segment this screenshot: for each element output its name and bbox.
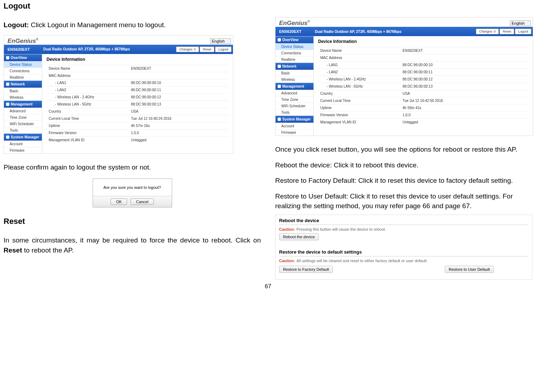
sidebar-network[interactable]: Network [4,80,42,88]
model-name: ENS620EXT [279,29,315,34]
logout-rest: Click Logout in Management menu to logou… [31,21,166,29]
reboot-section-title: Reboot the device [279,218,528,225]
device-info-table: Device NameENS620EXT MAC Address - LAN18… [47,65,229,143]
confirm-text: Please confirm again to logout the syste… [4,162,261,172]
sidebar-system-manager[interactable]: System Manager [276,116,313,123]
sidebar-basic[interactable]: Basic [276,70,313,76]
restore-section-title: Restore the device to default settings [279,249,528,256]
once-click-text: Once you click reset button, you will se… [275,144,532,155]
model-desc: Dual Radio Outdoor AP, 2T2R, 400Mbps + 8… [43,47,176,51]
sidebar-connections[interactable]: Connections [4,68,42,74]
sidebar-firmware[interactable]: Firmware [276,129,313,136]
sidebar-wifi-scheduler[interactable]: WiFi Scheduler [276,103,313,109]
brand-logo: EnGenius® [279,20,310,27]
content-area: Device Information Device NameENS620EXT … [314,36,533,136]
sidebar-realtime[interactable]: Realtime [276,56,313,63]
title-bar: ENS620EXT Dual Radio Outdoor AP, 2T2R, 4… [4,45,233,54]
reboot-caution: Caution:Pressing this button will cause … [279,227,528,231]
sidebar-wireless[interactable]: Wireless [276,76,313,83]
heading-reset: Reset [4,217,261,226]
reboot-restore-panel: Reboot the device Caution:Pressing this … [275,215,532,280]
sidebar-advanced[interactable]: Advanced [4,108,42,114]
language-select[interactable]: English [210,38,231,44]
sidebar-tools[interactable]: Tools [4,127,42,133]
sidebar: OverView Device Status Connections Realt… [276,36,314,136]
device-info-table: Device NameENS620EXT MAC Address - LAN18… [318,47,528,126]
sidebar-overview[interactable]: OverView [276,36,313,43]
sidebar-account[interactable]: Account [276,123,313,129]
model-name: ENS620EXT [8,47,43,52]
sidebar-overview[interactable]: OverView [4,54,42,61]
sidebar-system-manager[interactable]: System Manager [4,133,42,141]
sidebar-realtime[interactable]: Realtime [4,74,42,80]
restore-caution: Caution:All settings will be cleared and… [279,259,528,263]
sidebar-connections[interactable]: Connections [276,50,313,56]
dialog-ok-button[interactable]: OK [111,199,127,205]
sidebar-firmware[interactable]: Firmware [4,147,42,153]
sidebar-advanced[interactable]: Advanced [276,90,313,96]
restore-factory-text: Restore to Factory Default: Click it to … [275,176,532,186]
restore-user-button[interactable]: Restore to User Default [445,266,494,273]
sidebar-basic[interactable]: Basic [4,88,42,94]
sidebar-device-status[interactable]: Device Status [4,61,42,68]
logout-line: Logout: Click Logout in Management menu … [4,20,261,30]
logout-button[interactable]: Logout [515,29,531,34]
model-desc: Dual Radio Outdoor AP, 2T2R, 400Mbps + 8… [315,30,476,34]
screenshot-device-panel-1: EnGenius® English ENS620EXT Dual Radio O… [4,35,233,154]
language-select[interactable]: English [510,20,531,26]
sidebar-network[interactable]: Network [276,63,313,70]
dialog-text: Are you sure you want to logout? [93,179,172,196]
dialog-cancel-button[interactable]: Cancel [131,199,154,205]
sidebar-account[interactable]: Account [4,141,42,147]
sidebar-time-zone[interactable]: Time Zone [4,114,42,121]
logout-confirm-dialog: Are you sure you want to logout? OK Canc… [93,178,172,207]
sidebar-time-zone[interactable]: Time Zone [276,96,313,103]
restore-user-text: Restore to User Default: Click it to res… [275,191,532,211]
screenshot-device-panel-2: EnGenius® English ENS620EXT Dual Radio O… [275,17,533,136]
reset-button[interactable]: Reset [200,46,215,52]
title-bar: ENS620EXT Dual Radio Outdoor AP, 2T2R, 4… [276,27,533,36]
restore-factory-button[interactable]: Restore to Factory Default [279,266,333,273]
reset-paragraph: In some circumstances, it may be require… [4,235,261,255]
sidebar-wireless[interactable]: Wireless [4,94,42,101]
sidebar-management[interactable]: Management [276,83,313,90]
sidebar-management[interactable]: Management [4,101,42,108]
page-number: 67 [0,283,536,290]
brand-logo: EnGenius® [8,38,38,45]
logout-label: Logout: [4,21,31,29]
sidebar-tools[interactable]: Tools [276,109,313,116]
content-title: Device Information [47,57,229,62]
content-area: Device Information Device NameENS620EXT … [42,54,233,153]
sidebar: OverView Device Status Connections Realt… [4,54,42,153]
logout-button[interactable]: Logout [215,46,232,52]
content-title: Device Information [318,39,528,44]
heading-logout: Logout [4,1,261,11]
sidebar-device-status[interactable]: Device Status [276,43,313,50]
reboot-device-button[interactable]: Reboot the device [279,233,319,240]
changes-button[interactable]: Changes: 0 [476,29,499,34]
changes-button[interactable]: Changes: 0 [176,46,199,52]
reboot-device-text: Reboot the device: Click it to reboot th… [275,160,532,170]
sidebar-wifi-scheduler[interactable]: WiFi Scheduler [4,121,42,127]
reset-button[interactable]: Reset [500,29,515,34]
